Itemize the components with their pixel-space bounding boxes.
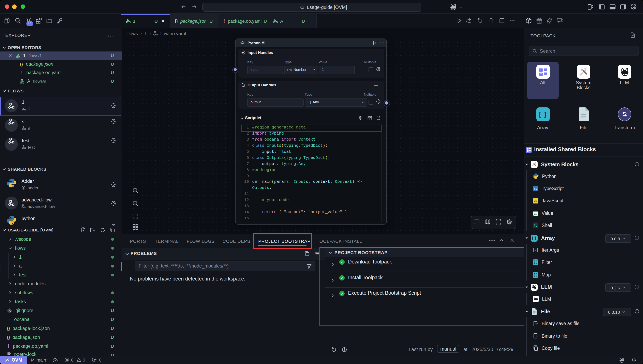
svg-text:JS: JS — [534, 200, 537, 202]
svg-text:TS: TS — [534, 187, 538, 190]
